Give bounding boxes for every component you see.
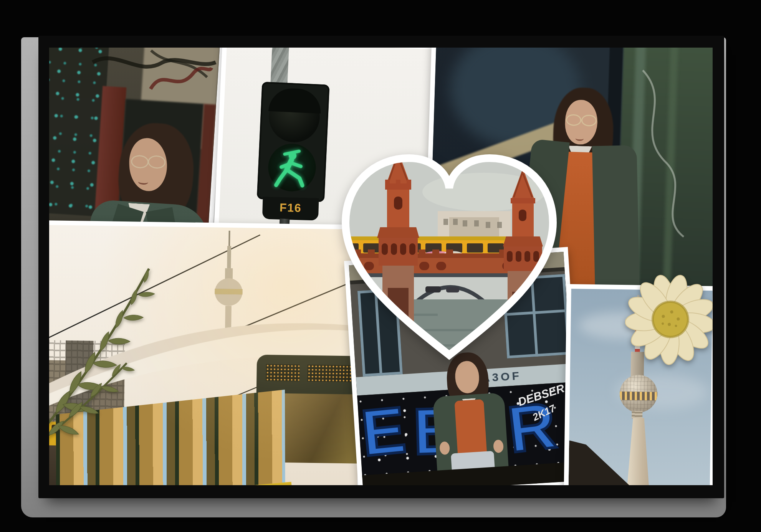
black-frame: KOM <box>38 36 724 498</box>
ampelmann-icon <box>267 143 317 192</box>
signal-bracket: F16 <box>262 197 319 220</box>
framed-collage-print: KOM <box>0 0 761 532</box>
pressed-daisy-flower <box>625 270 713 367</box>
red-scribble <box>142 54 214 104</box>
pressed-fern-sprig <box>49 208 161 446</box>
observation-windows <box>620 392 657 400</box>
collage-canvas: KOM <box>49 48 713 485</box>
car <box>446 287 459 292</box>
car <box>425 286 441 292</box>
signal-id-label: F16 <box>262 200 319 215</box>
orange-sweater <box>454 399 487 454</box>
sphere-collar <box>632 411 642 418</box>
tower-shaft <box>614 418 662 485</box>
graffiti-letter: E <box>359 397 408 466</box>
heart-photo-oberbaum-bridge: zalando <box>323 134 576 367</box>
